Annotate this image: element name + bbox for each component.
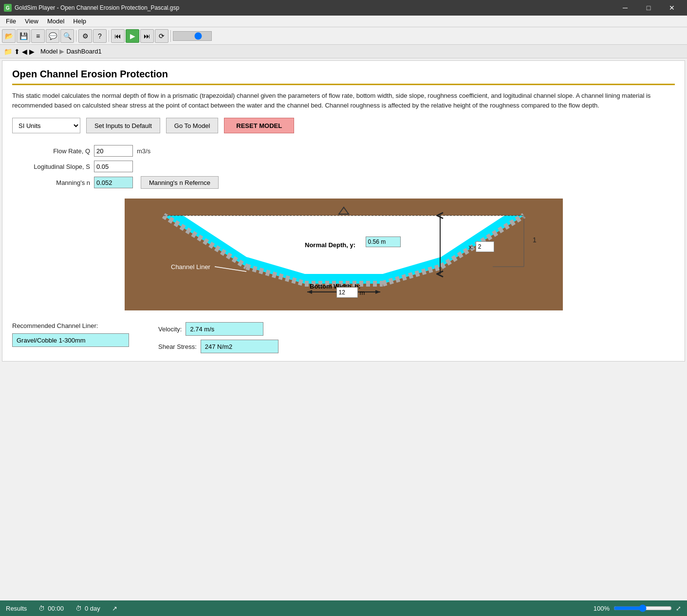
velocity-row: Velocity: 2.74 m/s bbox=[158, 322, 279, 336]
separator-1 bbox=[76, 30, 76, 42]
flow-rate-unit: m3/s bbox=[137, 147, 150, 155]
velocity-label: Velocity: bbox=[158, 326, 182, 333]
toolbar-save[interactable]: 💾 bbox=[17, 29, 30, 43]
flow-rate-row: Flow Rate, Q m3/s bbox=[12, 145, 675, 157]
bottom-width-input[interactable] bbox=[336, 287, 358, 298]
normal-depth-output bbox=[366, 236, 401, 247]
toolbar-chat[interactable]: 💬 bbox=[46, 29, 59, 43]
go-to-model-button[interactable]: Go To Model bbox=[166, 118, 218, 133]
results-section: Recommended Channel Liner: Gravel/Cobble… bbox=[12, 322, 675, 353]
set-defaults-button[interactable]: Set Inputs to Default bbox=[86, 118, 160, 133]
menu-help[interactable]: Help bbox=[69, 17, 90, 26]
export-status[interactable]: ↗ bbox=[112, 605, 117, 612]
zoom-slider[interactable] bbox=[613, 604, 672, 612]
flow-rate-label: Flow Rate, Q bbox=[12, 147, 90, 155]
close-button[interactable]: ✕ bbox=[661, 0, 683, 16]
inputs-section: Flow Rate, Q m3/s Logitudinal Slope, S M… bbox=[12, 145, 675, 189]
clock-icon: ⏱ bbox=[38, 605, 45, 612]
separator-3 bbox=[170, 30, 171, 42]
shear-stress-row: Shear Stress: 247 N/m2 bbox=[158, 340, 279, 353]
toolbar-step[interactable]: ⏭ bbox=[140, 29, 154, 43]
status-bar: Results ⏱ 00:00 ⏱ 0 day ↗ 100% ⤢ bbox=[0, 600, 687, 616]
svg-text:Channel Liner: Channel Liner bbox=[171, 263, 211, 271]
page-title: Open Channel Erosion Protection bbox=[12, 69, 675, 85]
shear-stress-label: Shear Stress: bbox=[158, 343, 197, 350]
day-status: ⏱ 0 day bbox=[75, 605, 100, 612]
mannings-label: Manning's n bbox=[12, 179, 90, 186]
slope-label: Logitudinal Slope, S bbox=[12, 163, 90, 170]
channel-diagram: 1 Channel Liner Normal Depth, y: Bottom … bbox=[125, 199, 563, 310]
bottom-width-unit: m bbox=[360, 289, 365, 296]
menu-file[interactable]: File bbox=[2, 17, 20, 26]
mannings-row: Manning's n Manning's n Refernce bbox=[12, 176, 675, 189]
breadcrumb-dashboard[interactable]: DashBoard1 bbox=[66, 48, 101, 55]
reset-model-button[interactable]: RESET MODEL bbox=[224, 118, 294, 133]
velocity-value: 2.74 m/s bbox=[186, 322, 263, 336]
nav-bar: 📁 ⬆ ◀ ▶ Model ▶ DashBoard1 bbox=[0, 45, 687, 58]
nav-back-icon[interactable]: ◀ bbox=[22, 48, 27, 55]
svg-text:Normal Depth, y:: Normal Depth, y: bbox=[305, 241, 355, 249]
window-title: GoldSim Player - Open Channel Erosion Pr… bbox=[15, 4, 179, 11]
mannings-input[interactable] bbox=[94, 177, 133, 188]
breadcrumb: Model ▶ DashBoard1 bbox=[40, 48, 102, 55]
export-icon[interactable]: ↗ bbox=[112, 605, 117, 612]
breadcrumb-separator: ▶ bbox=[59, 48, 64, 55]
main-content: Open Channel Erosion Protection This sta… bbox=[2, 60, 685, 362]
time-status: ⏱ 00:00 bbox=[38, 605, 64, 612]
liner-value: Gravel/Cobble 1-300mm bbox=[12, 333, 129, 347]
x-label: x: bbox=[469, 243, 474, 251]
toolbar-reset[interactable]: ⟳ bbox=[155, 29, 168, 43]
result-liner-section: Recommended Channel Liner: Gravel/Cobble… bbox=[12, 322, 129, 347]
result-metrics-section: Velocity: 2.74 m/s Shear Stress: 247 N/m… bbox=[158, 322, 279, 353]
toolbar-play[interactable]: ▶ bbox=[126, 29, 139, 43]
toolbar-settings[interactable]: ⚙ bbox=[78, 29, 92, 43]
app-icon: G bbox=[4, 4, 12, 12]
toolbar-open[interactable]: 📂 bbox=[2, 29, 16, 43]
time-value: 00:00 bbox=[48, 605, 64, 612]
toolbar-list[interactable]: ≡ bbox=[31, 29, 45, 43]
calendar-icon: ⏱ bbox=[75, 605, 82, 612]
maximize-button[interactable]: □ bbox=[637, 0, 660, 16]
zoom-expand-icon[interactable]: ⤢ bbox=[676, 605, 681, 612]
minimize-button[interactable]: ─ bbox=[614, 0, 636, 16]
toolbar-search[interactable]: 🔍 bbox=[60, 29, 74, 43]
mannings-reference-button[interactable]: Manning's n Refernce bbox=[141, 176, 219, 189]
description-text: This static model calculates the normal … bbox=[12, 91, 675, 110]
results-label: Results bbox=[6, 605, 27, 612]
zoom-value: 100% bbox=[594, 605, 610, 612]
results-status: Results bbox=[6, 605, 27, 612]
menu-bar: File View Model Help bbox=[0, 16, 687, 27]
slope-row: Logitudinal Slope, S bbox=[12, 161, 675, 172]
breadcrumb-model[interactable]: Model bbox=[40, 48, 57, 55]
separator-2 bbox=[109, 30, 109, 42]
nav-up-icon[interactable]: ⬆ bbox=[14, 48, 20, 55]
liner-label: Recommended Channel Liner: bbox=[12, 322, 129, 329]
svg-text:1: 1 bbox=[533, 236, 537, 244]
day-value: 0 day bbox=[85, 605, 100, 612]
units-dropdown[interactable]: SI Units US Customary bbox=[12, 118, 80, 133]
shear-stress-value: 247 N/m2 bbox=[201, 340, 279, 353]
menu-view[interactable]: View bbox=[21, 17, 42, 26]
slope-input[interactable] bbox=[94, 161, 133, 172]
nav-forward-icon[interactable]: ▶ bbox=[29, 48, 35, 55]
toolbar-rewind[interactable]: ⏮ bbox=[111, 29, 125, 43]
flow-rate-input[interactable] bbox=[94, 145, 133, 157]
title-bar: G GoldSim Player - Open Channel Erosion … bbox=[0, 0, 687, 16]
toolbar-help[interactable]: ? bbox=[93, 29, 107, 43]
controls-row: SI Units US Customary Set Inputs to Defa… bbox=[12, 118, 675, 133]
nav-folder-icon[interactable]: 📁 bbox=[4, 48, 12, 55]
side-slope-input[interactable] bbox=[476, 241, 494, 252]
toolbar: 📂 💾 ≡ 💬 🔍 ⚙ ? ⏮ ▶ ⏭ ⟳ bbox=[0, 27, 687, 45]
menu-model[interactable]: Model bbox=[43, 17, 68, 26]
toolbar-slider[interactable] bbox=[173, 31, 212, 41]
zoom-section: 100% ⤢ bbox=[594, 604, 681, 612]
